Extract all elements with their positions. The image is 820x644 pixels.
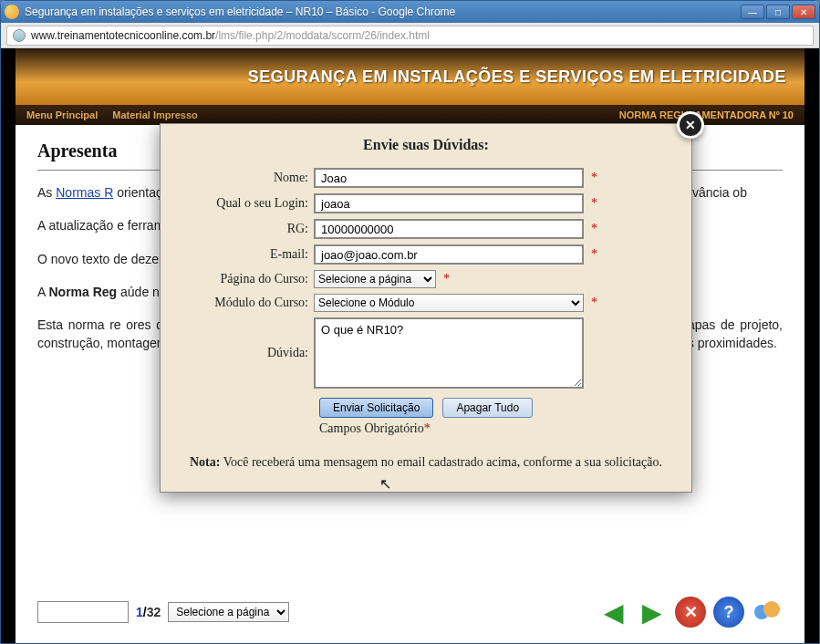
globe-icon xyxy=(13,29,26,42)
hero-title: SEGURANÇA EM INSTALAÇÕES E SERVIÇOS EM E… xyxy=(248,68,786,87)
input-login[interactable] xyxy=(314,193,584,213)
url-host: www.treinamentotecnicoonline.com.br xyxy=(31,29,215,42)
required-note: Campos Obrigatório* xyxy=(319,421,675,436)
cancel-icon[interactable]: ✕ xyxy=(675,597,706,628)
required-marker: * xyxy=(591,222,597,236)
modal-title: Envie suas Dúvidas: xyxy=(177,137,675,153)
link-normas[interactable]: Normas R xyxy=(56,185,113,200)
viewport: SEGURANÇA EM INSTALAÇÕES E SERVIÇOS EM E… xyxy=(1,48,819,644)
page-select[interactable]: Selecione a página xyxy=(168,602,289,622)
label-nome: Nome: xyxy=(177,171,314,185)
maximize-button[interactable]: □ xyxy=(766,5,790,19)
label-pagina: Página do Curso: xyxy=(177,272,314,286)
select-modulo[interactable]: Selecione o Módulo xyxy=(314,294,584,312)
label-rg: RG: xyxy=(177,222,314,236)
label-login: Qual o seu Login: xyxy=(177,196,314,211)
clear-button[interactable]: Apagar Tudo xyxy=(442,398,533,418)
help-icon[interactable]: ? xyxy=(713,597,744,628)
window-title: Segurança em instalações e serviços em e… xyxy=(25,5,741,18)
course-page: SEGURANÇA EM INSTALAÇÕES E SERVIÇOS EM E… xyxy=(16,48,804,644)
chrome-favicon xyxy=(5,5,19,19)
modal-note: Nota: Você receberá uma mensagem no emai… xyxy=(177,452,675,472)
address-bar: www.treinamentotecnicoonline.com.br/lms/… xyxy=(1,23,819,48)
nav-reg-label: NORMA REGULAMENTADORA Nº 10 xyxy=(619,109,794,120)
pager: 1/32 Selecione a página ◀ ▶ ✕ ? xyxy=(37,596,783,628)
titlebar: Segurança em instalações e serviços em e… xyxy=(1,1,819,23)
required-marker: * xyxy=(591,171,597,185)
nav-menu-principal[interactable]: Menu Principal xyxy=(26,109,98,120)
label-modulo: Módulo do Curso: xyxy=(177,296,314,310)
input-rg[interactable] xyxy=(314,219,584,239)
hero-banner: SEGURANÇA EM INSTALAÇÕES E SERVIÇOS EM E… xyxy=(16,48,804,105)
required-marker: * xyxy=(591,247,597,262)
next-page-icon[interactable]: ▶ xyxy=(637,597,668,628)
prev-page-icon[interactable]: ◀ xyxy=(598,597,629,628)
minimize-button[interactable]: — xyxy=(741,5,764,19)
select-pagina[interactable]: Selecione a página xyxy=(314,270,436,288)
textarea-duvida[interactable] xyxy=(314,317,584,389)
required-marker: * xyxy=(591,196,597,211)
label-duvida: Dúvida: xyxy=(177,346,314,360)
close-window-button[interactable]: ✕ xyxy=(792,5,815,19)
window-buttons: — □ ✕ xyxy=(741,5,815,19)
input-email[interactable] xyxy=(314,244,584,265)
label-email: E-mail: xyxy=(177,247,314,262)
input-nome[interactable] xyxy=(314,168,584,188)
required-marker: * xyxy=(591,296,597,310)
required-marker: * xyxy=(443,272,450,286)
nav-material-impresso[interactable]: Material Impresso xyxy=(112,109,198,120)
url-input[interactable]: www.treinamentotecnicoonline.com.br/lms/… xyxy=(6,26,814,46)
page-number-input[interactable] xyxy=(37,601,129,623)
chrome-window: Segurança em instalações e serviços em e… xyxy=(0,0,820,644)
users-icon[interactable] xyxy=(752,597,783,628)
page-indicator: 1/32 xyxy=(136,605,161,619)
submit-button[interactable]: Enviar Solicitação xyxy=(319,398,433,418)
modal-close-button[interactable]: ✕ xyxy=(677,111,704,139)
url-path: /lms/file.php/2/moddata/scorm/26/index.h… xyxy=(215,29,430,42)
send-doubt-modal: ✕ Envie suas Dúvidas: Nome: * Qual o seu… xyxy=(160,123,692,493)
